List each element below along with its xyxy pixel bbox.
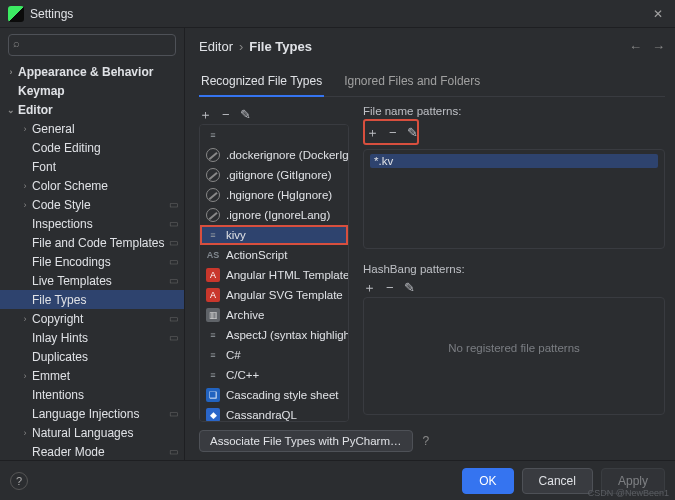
remove-hashbang-pattern-button[interactable]: −	[386, 281, 394, 294]
filetype-row[interactable]: ▥Archive	[200, 305, 348, 325]
tab-ignored[interactable]: Ignored Files and Folders	[342, 68, 482, 96]
chevron-icon: ›	[18, 200, 32, 210]
sidebar-item-copyright[interactable]: ›Copyright▭	[0, 309, 184, 328]
add-hashbang-pattern-button[interactable]: ＋	[363, 281, 376, 294]
sidebar-item-label: Keymap	[18, 84, 65, 98]
scope-icon: ▭	[169, 199, 178, 210]
filetype-row[interactable]: ❑Cascading style sheet	[200, 385, 348, 405]
scope-icon: ▭	[169, 313, 178, 324]
sidebar-item-natural-languages[interactable]: ›Natural Languages	[0, 423, 184, 442]
breadcrumb: Editor › File Types ← →	[199, 34, 665, 58]
sidebar-item-inspections[interactable]: Inspections▭	[0, 214, 184, 233]
sidebar-item-file-encodings[interactable]: File Encodings▭	[0, 252, 184, 271]
lines-icon: ≡	[206, 328, 220, 342]
filetype-row[interactable]: .dockerignore (DockerIgnoreLang)	[200, 145, 348, 165]
filetype-row[interactable]: ≡C/C++	[200, 365, 348, 385]
filetype-label: Angular SVG Template	[226, 289, 343, 301]
scope-icon: ▭	[169, 218, 178, 229]
settings-tree[interactable]: ›Appearance & BehaviorKeymap⌄Editor›Gene…	[0, 62, 184, 460]
chevron-icon: ›	[18, 124, 32, 134]
hashbang-patterns-list[interactable]: No registered file patterns	[363, 297, 665, 415]
filetype-row[interactable]: ◆CassandraQL	[200, 405, 348, 422]
sidebar-item-label: File and Code Templates	[32, 236, 165, 250]
search-icon: ⌕	[13, 37, 20, 49]
forward-icon[interactable]: →	[652, 39, 665, 54]
chevron-icon: ›	[18, 371, 32, 381]
filetype-row[interactable]: ASActionScript	[200, 245, 348, 265]
cancel-button[interactable]: Cancel	[522, 468, 593, 494]
blue-icon: ◆	[206, 408, 220, 422]
sidebar-item-label: Intentions	[32, 388, 84, 402]
add-filetype-button[interactable]: ＋	[199, 108, 212, 121]
close-icon[interactable]: ✕	[649, 7, 667, 21]
sidebar-item-inlay-hints[interactable]: Inlay Hints▭	[0, 328, 184, 347]
search-input[interactable]	[8, 34, 176, 56]
scope-icon: ▭	[169, 408, 178, 419]
watermark: CSDN @NewBeen1	[588, 488, 669, 498]
sidebar-item-label: Duplicates	[32, 350, 88, 364]
edit-filename-pattern-button[interactable]: ✎	[407, 126, 418, 139]
lines-icon: ≡	[206, 128, 220, 142]
sidebar-item-editor[interactable]: ⌄Editor	[0, 100, 184, 119]
footer-help-button[interactable]: ?	[10, 472, 28, 490]
edit-hashbang-pattern-button[interactable]: ✎	[404, 281, 415, 294]
sidebar-item-intentions[interactable]: Intentions	[0, 385, 184, 404]
sidebar-item-live-templates[interactable]: Live Templates▭	[0, 271, 184, 290]
add-filename-pattern-button[interactable]: ＋	[366, 126, 379, 139]
filetype-row[interactable]: ≡C#	[200, 345, 348, 365]
sidebar-item-label: Copyright	[32, 312, 83, 326]
sidebar-item-color-scheme[interactable]: ›Color Scheme	[0, 176, 184, 195]
dialog-footer: ? OK Cancel Apply	[0, 460, 675, 500]
help-icon[interactable]: ?	[423, 434, 430, 448]
sidebar-item-reader-mode[interactable]: Reader Mode▭	[0, 442, 184, 460]
sidebar-item-file-types[interactable]: File Types	[0, 290, 184, 309]
breadcrumb-root[interactable]: Editor	[199, 39, 233, 54]
scope-icon: ▭	[169, 332, 178, 343]
filetypes-toolbar: ＋ − ✎	[199, 105, 349, 124]
filetype-row[interactable]: ≡AspectJ (syntax highlighting only)	[200, 325, 348, 345]
back-icon[interactable]: ←	[629, 39, 642, 54]
associate-file-types-button[interactable]: Associate File Types with PyCharm…	[199, 430, 413, 452]
sidebar-item-code-style[interactable]: ›Code Style▭	[0, 195, 184, 214]
filetype-row[interactable]: AAngular SVG Template	[200, 285, 348, 305]
hashbang-empty-text: No registered file patterns	[364, 298, 664, 354]
tab-recognized[interactable]: Recognized File Types	[199, 68, 324, 96]
sidebar-item-duplicates[interactable]: Duplicates	[0, 347, 184, 366]
sidebar-item-code-editing[interactable]: Code Editing	[0, 138, 184, 157]
filetype-label: .ignore (IgnoreLang)	[226, 209, 330, 221]
filetype-row[interactable]: .hgignore (HgIgnore)	[200, 185, 348, 205]
filetype-row[interactable]: ≡	[200, 125, 348, 145]
tabs: Recognized File Types Ignored Files and …	[199, 68, 665, 97]
filename-pattern-toolbar: ＋ − ✎	[366, 122, 416, 142]
chevron-icon: ›	[18, 181, 32, 191]
sidebar-item-emmet[interactable]: ›Emmet	[0, 366, 184, 385]
filetype-row[interactable]: .ignore (IgnoreLang)	[200, 205, 348, 225]
filetypes-list[interactable]: ≡.dockerignore (DockerIgnoreLang).gitign…	[199, 124, 349, 422]
sidebar-item-appearance-behavior[interactable]: ›Appearance & Behavior	[0, 62, 184, 81]
chevron-icon: ›	[18, 428, 32, 438]
filetype-label: .dockerignore (DockerIgnoreLang)	[226, 149, 348, 161]
filetype-row[interactable]: ≡kivy	[200, 225, 348, 245]
filename-patterns-list[interactable]: *.kv	[363, 149, 665, 249]
filetype-label: Angular HTML Template	[226, 269, 348, 281]
sidebar-item-general[interactable]: ›General	[0, 119, 184, 138]
sidebar-item-label: Language Injections	[32, 407, 139, 421]
sidebar-item-keymap[interactable]: Keymap	[0, 81, 184, 100]
sidebar-item-font[interactable]: Font	[0, 157, 184, 176]
sidebar-item-language-injections[interactable]: Language Injections▭	[0, 404, 184, 423]
pattern-item[interactable]: *.kv	[370, 154, 658, 168]
filetype-row[interactable]: AAngular HTML Template	[200, 265, 348, 285]
ban-icon	[206, 208, 220, 222]
filetype-label: C/C++	[226, 369, 259, 381]
filetype-label: AspectJ (syntax highlighting only)	[226, 329, 348, 341]
sidebar-item-label: Live Templates	[32, 274, 112, 288]
remove-filename-pattern-button[interactable]: −	[389, 126, 397, 139]
red-icon: A	[206, 288, 220, 302]
sidebar-item-file-and-code-templates[interactable]: File and Code Templates▭	[0, 233, 184, 252]
remove-filetype-button[interactable]: −	[222, 108, 230, 121]
ok-button[interactable]: OK	[462, 468, 513, 494]
filetype-row[interactable]: .gitignore (GitIgnore)	[200, 165, 348, 185]
sidebar-item-label: File Encodings	[32, 255, 111, 269]
edit-filetype-button[interactable]: ✎	[240, 108, 251, 121]
sidebar-item-label: Natural Languages	[32, 426, 133, 440]
